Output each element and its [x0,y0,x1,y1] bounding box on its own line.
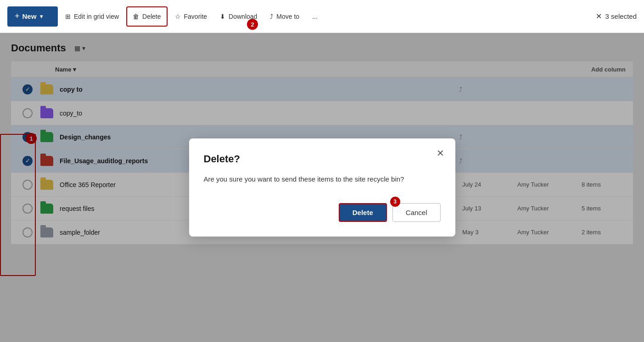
plus-icon: + [15,11,20,21]
delete-button[interactable]: 🗑 Delete [126,6,167,27]
star-icon: ☆ [175,13,181,20]
more-button[interactable]: ... [307,6,323,27]
grid-icon: ⊞ [65,13,71,20]
chevron-down-icon: ▾ [40,13,43,20]
move-to-button[interactable]: ⤴ Move to [264,6,305,27]
modal-body: Are you sure you want to send these item… [204,174,441,185]
favorite-label: Favorite [184,13,207,20]
edit-grid-label: Edit in grid view [74,13,119,20]
cancel-button[interactable]: Cancel [392,203,441,222]
new-label: New [22,12,37,20]
modal-footer: 3 Delete Cancel [204,203,441,222]
confirm-delete-button[interactable]: Delete [339,203,387,222]
step-3-badge: 3 [390,197,400,207]
download-icon: ⬇ [220,13,225,20]
move-icon: ⤴ [270,13,273,20]
main-content: Documents ▦ ▾ Name ▾ Add column [0,33,644,342]
modal-overlay: ✕ Delete? Are you sure you want to send … [0,33,644,342]
delete-modal: ✕ Delete? Are you sure you want to send … [189,138,455,237]
more-icon: ... [312,13,318,20]
delete-label: Delete [142,13,161,20]
selected-label: 3 selected [605,12,637,20]
selected-count: ✕ 3 selected [596,12,637,21]
modal-close-button[interactable]: ✕ [433,146,448,160]
favorite-button[interactable]: ☆ Favorite [169,6,213,27]
close-icon[interactable]: ✕ [596,12,602,21]
toolbar: + New ▾ ⊞ Edit in grid view 🗑 Delete ☆ F… [0,0,644,33]
modal-title: Delete? [204,153,441,165]
move-to-label: Move to [276,13,299,20]
new-button[interactable]: + New ▾ [7,6,58,27]
trash-icon: 🗑 [133,13,139,20]
edit-grid-button[interactable]: ⊞ Edit in grid view [60,6,124,27]
step-2-badge: 2 [247,19,258,30]
